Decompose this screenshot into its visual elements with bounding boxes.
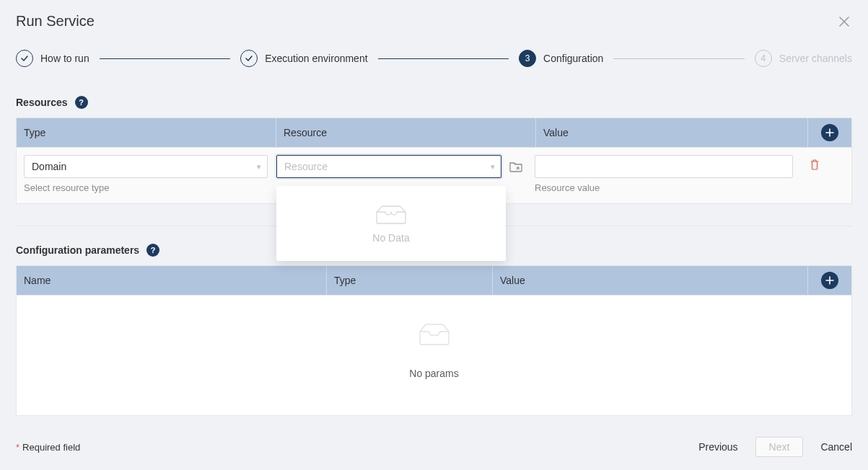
help-icon[interactable]: ? <box>75 96 88 109</box>
modal-title: Run Service <box>16 13 95 30</box>
chevron-down-icon: ▾ <box>491 162 495 172</box>
value-hint: Resource value <box>535 182 793 193</box>
resource-select[interactable]: Resource ▾ <box>276 155 501 178</box>
modal-header: Run Service <box>16 13 852 30</box>
resource-dropdown-panel: No Data <box>276 186 506 261</box>
col-action <box>808 118 851 147</box>
previous-button[interactable]: Previous <box>698 441 737 453</box>
check-icon <box>240 50 258 67</box>
col-type: Type <box>327 266 493 295</box>
step-label: How to run <box>40 53 89 64</box>
config-params-table: Name Type Value No params <box>16 265 852 416</box>
step-configuration[interactable]: 3 Configuration <box>519 50 603 67</box>
step-number: 3 <box>519 50 536 67</box>
col-value: Value <box>536 118 808 147</box>
step-server-channels: 4 Server channels <box>755 50 852 67</box>
chevron-down-icon: ▾ <box>257 162 261 172</box>
step-how-to-run[interactable]: How to run <box>16 50 89 67</box>
resource-value-input[interactable] <box>535 155 793 178</box>
col-resource: Resource <box>276 118 536 147</box>
browse-folder-button[interactable] <box>506 156 526 177</box>
select-value: Domain <box>32 161 66 172</box>
cell-type: Domain ▾ Select resource type <box>24 155 276 193</box>
check-icon <box>16 50 33 67</box>
close-icon[interactable] <box>836 14 852 30</box>
step-label: Server channels <box>779 53 852 64</box>
next-button[interactable]: Next <box>755 437 804 457</box>
empty-text: No params <box>17 368 851 379</box>
dropdown-empty-text: No Data <box>284 232 499 244</box>
resources-section-title: Resources ? <box>16 96 852 109</box>
stepper: How to run Execution environment 3 Confi… <box>16 50 852 67</box>
required-text: Required field <box>22 442 80 453</box>
step-connector <box>378 58 509 59</box>
cell-delete <box>793 155 836 170</box>
cancel-button[interactable]: Cancel <box>820 441 852 453</box>
add-param-button[interactable] <box>821 272 838 289</box>
col-value: Value <box>493 266 808 295</box>
resources-table-row: Domain ▾ Select resource type Resource ▾ <box>17 147 851 203</box>
run-service-modal: Run Service How to run Execution environ… <box>0 0 868 470</box>
section-title-text: Configuration parameters <box>16 244 139 256</box>
modal-footer: *Required field Previous Next Cancel <box>16 437 852 457</box>
footer-actions: Previous Next Cancel <box>698 437 852 457</box>
required-field-note: *Required field <box>16 442 80 453</box>
asterisk-icon: * <box>16 442 19 453</box>
resources-table-header: Type Resource Value <box>17 118 851 147</box>
delete-row-button[interactable] <box>810 159 820 170</box>
config-params-empty: No params <box>17 295 851 415</box>
help-icon[interactable]: ? <box>146 244 159 257</box>
cell-resource: Resource ▾ No Data <box>276 155 535 178</box>
col-action <box>808 266 851 295</box>
type-hint: Select resource type <box>24 182 268 193</box>
empty-icon <box>417 322 452 343</box>
step-label: Execution environment <box>265 53 367 64</box>
col-name: Name <box>17 266 327 295</box>
step-label: Configuration <box>543 53 603 64</box>
section-title-text: Resources <box>16 97 68 108</box>
config-params-table-header: Name Type Value <box>17 266 851 295</box>
step-connector <box>613 58 744 59</box>
cell-value: Resource value <box>535 155 793 193</box>
col-type: Type <box>17 118 276 147</box>
resource-select-wrap: Resource ▾ <box>276 155 526 178</box>
select-placeholder: Resource <box>284 161 328 172</box>
add-resource-button[interactable] <box>821 124 838 141</box>
resources-table: Type Resource Value Domain ▾ Select reso… <box>16 117 852 204</box>
resource-type-select[interactable]: Domain ▾ <box>24 155 268 178</box>
step-number: 4 <box>755 50 772 67</box>
step-execution-environment[interactable]: Execution environment <box>240 50 367 67</box>
step-connector <box>100 58 230 59</box>
empty-icon <box>374 203 408 225</box>
